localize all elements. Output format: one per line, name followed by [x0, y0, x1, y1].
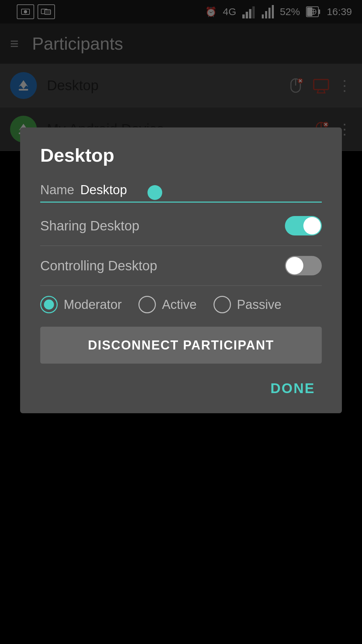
role-radio-group: Moderator Active Passive	[40, 286, 322, 327]
name-field-row[interactable]: Name Desktop	[40, 183, 322, 203]
radio-passive[interactable]: Passive	[214, 296, 282, 313]
radio-active[interactable]: Active	[138, 296, 196, 313]
controlling-toggle[interactable]	[285, 256, 322, 275]
text-cursor	[147, 185, 162, 200]
sharing-toggle-thumb	[303, 217, 321, 234]
radio-label-moderator: Moderator	[64, 298, 122, 312]
controlling-label: Controlling Desktop	[40, 258, 157, 273]
controlling-toggle-row: Controlling Desktop	[40, 246, 322, 285]
done-row: DONE	[40, 374, 322, 400]
controlling-toggle-thumb	[286, 257, 303, 274]
dialog-title: Desktop	[40, 144, 322, 166]
done-label: DONE	[270, 380, 315, 396]
radio-outer-moderator	[40, 296, 58, 313]
disconnect-button[interactable]: DISCONNECT PARTICIPANT	[40, 327, 322, 364]
radio-moderator[interactable]: Moderator	[40, 296, 122, 313]
participant-dialog: Desktop Name Desktop Sharing Desktop Con…	[20, 127, 342, 413]
radio-outer-active	[138, 296, 156, 313]
sharing-toggle[interactable]	[285, 216, 322, 235]
radio-inner-moderator	[44, 300, 54, 310]
done-button[interactable]: DONE	[264, 377, 322, 400]
sharing-label: Sharing Desktop	[40, 218, 139, 233]
radio-label-active: Active	[162, 298, 196, 312]
sharing-toggle-row: Sharing Desktop	[40, 206, 322, 246]
name-underline	[40, 202, 322, 203]
name-label: Name	[40, 183, 74, 197]
disconnect-label: DISCONNECT PARTICIPANT	[88, 338, 274, 353]
radio-label-passive: Passive	[237, 298, 282, 312]
name-value: Desktop	[80, 183, 322, 197]
radio-outer-passive	[214, 296, 231, 313]
